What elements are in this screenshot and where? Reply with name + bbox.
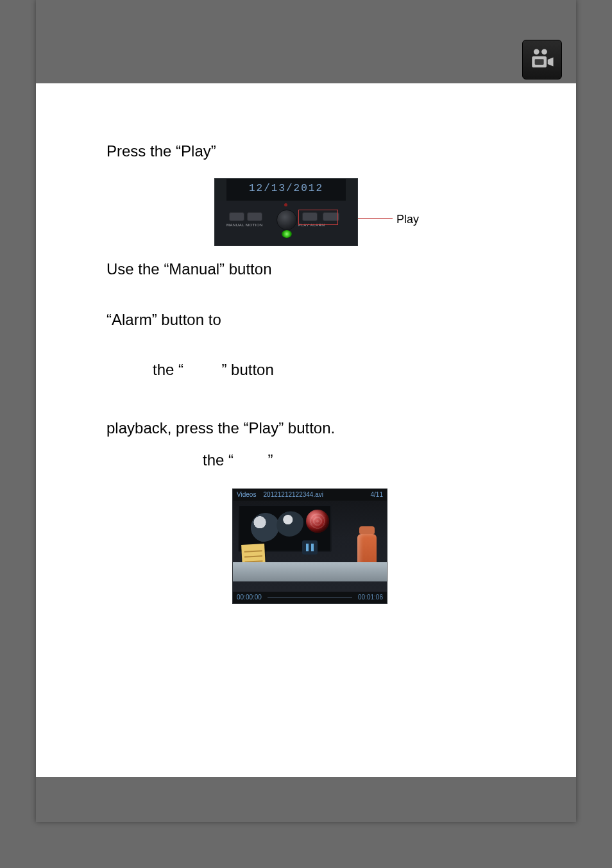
instruction-line-1: Press the “Play” (106, 141, 517, 162)
panel-labels-left: MANUAL MOTION (226, 222, 263, 228)
instruction-line-4: the “ ” button (106, 360, 517, 380)
device-panel: MANUAL MOTION PLAY ALARM (215, 201, 357, 246)
playback-lcd: Videos 20121212122344.avi 4/11 (232, 488, 387, 604)
line6-pre: the “ (203, 451, 234, 469)
manual-button (229, 212, 244, 221)
callout-leader-line (358, 218, 393, 219)
playback-timeline: 00:00:00 00:01:06 (233, 592, 387, 603)
document-page: Press the “Play” 12/13/2012 MANUAL MOTIO… (36, 0, 576, 822)
page-footer-band (36, 777, 576, 822)
playback-filename: 20121212122344.avi (264, 491, 323, 498)
power-led-icon (284, 203, 287, 206)
svg-rect-3 (535, 59, 544, 65)
pause-icon (302, 540, 318, 555)
playback-titlebar: Videos 20121212122344.avi 4/11 (233, 489, 387, 501)
line6-post: ” (268, 451, 273, 469)
time-end: 00:01:06 (358, 592, 383, 603)
callout-label-play: Play (396, 212, 419, 227)
motion-button (247, 212, 262, 221)
playback-scene (233, 501, 387, 592)
timeline-bar (268, 597, 352, 598)
svg-point-1 (541, 49, 547, 54)
playback-title: Videos (237, 491, 256, 498)
line4-pre: the “ (153, 361, 183, 378)
time-start: 00:00:00 (237, 592, 262, 603)
instruction-line-3: “Alarm” button to (106, 310, 517, 330)
instruction-line-2: Use the “Manual” button (106, 259, 517, 280)
scene-desk (233, 562, 387, 581)
lcd-date: 12/13/2012 (226, 179, 346, 201)
playback-counter: 4/11 (371, 489, 383, 501)
instruction-line-5: playback, press the “Play” button. (106, 418, 517, 438)
figure-playback-screen: Videos 20121212122344.avi 4/11 (106, 488, 517, 610)
line4-post: ” button (221, 361, 273, 378)
svg-point-0 (534, 49, 540, 54)
device-closeup-1: 12/13/2012 MANUAL MOTION PLAY ALARM (214, 178, 358, 246)
page-header-band (36, 0, 576, 83)
scene-red-ball (306, 510, 329, 533)
instruction-line-6: the “ ” (106, 450, 517, 471)
camcorder-icon (522, 40, 562, 79)
play-highlight-box (298, 210, 338, 225)
figure-play-button: 12/13/2012 MANUAL MOTION PLAY ALARM (106, 178, 517, 255)
joystick-icon (276, 210, 297, 230)
document-body: Press the “Play” 12/13/2012 MANUAL MOTIO… (106, 141, 517, 610)
status-led-icon (282, 230, 292, 238)
